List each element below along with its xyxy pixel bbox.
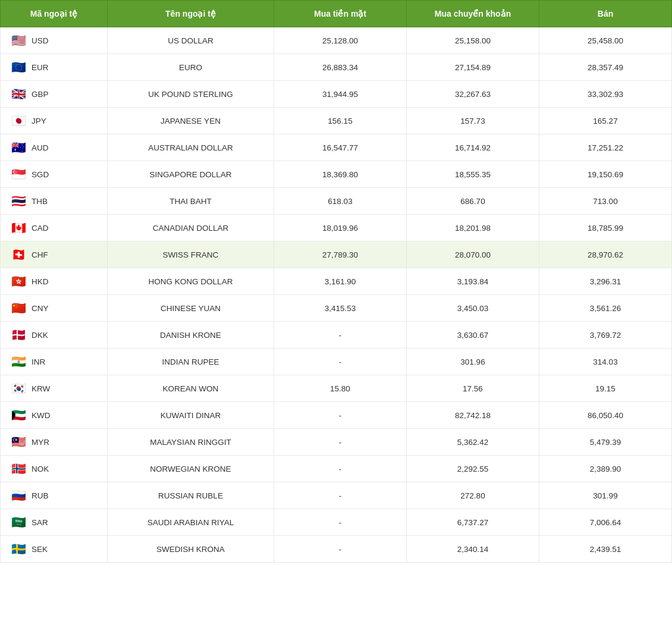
sell-cell: 18,785.99 xyxy=(539,215,672,241)
buy-cash-cell: 31,944.95 xyxy=(274,81,407,108)
currency-name-cell: JAPANESE YEN xyxy=(108,108,274,134)
currency-name-cell: RUSSIAN RUBLE xyxy=(108,482,274,509)
flag-icon: 🇦🇺 xyxy=(10,142,27,153)
table-row: 🇩🇰 DKK DANISH KRONE-3,630.673,769.72 xyxy=(1,322,672,349)
currency-name-cell: SINGAPORE DOLLAR xyxy=(108,161,274,188)
sell-cell: 17,251.22 xyxy=(539,134,672,161)
buy-transfer-cell: 5,362.42 xyxy=(407,429,539,456)
table-row: 🇰🇷 KRW KOREAN WON15.8017.5619.15 xyxy=(1,375,672,402)
buy-transfer-cell: 2,292.55 xyxy=(407,456,539,482)
currency-name-cell: SWEDISH KRONA xyxy=(108,536,274,563)
table-row: 🇹🇭 THB THAI BAHT618.03686.70713.00 xyxy=(1,188,672,215)
buy-cash-cell: 26,883.34 xyxy=(274,54,407,81)
currency-code: EUR xyxy=(32,63,49,72)
currency-code: THB xyxy=(32,197,48,206)
currency-code-cell: 🇦🇺 AUD xyxy=(1,134,108,161)
flag-icon: 🇩🇰 xyxy=(10,329,27,341)
table-row: 🇬🇧 GBP UK POUND STERLING31,944.9532,267.… xyxy=(1,81,672,108)
header-name: Tên ngoại tệ xyxy=(108,1,274,27)
flag-icon: 🇭🇰 xyxy=(10,275,27,287)
table-row: 🇪🇺 EUR EURO26,883.3427,154.8928,357.49 xyxy=(1,54,672,81)
buy-cash-cell: 618.03 xyxy=(274,188,407,215)
currency-code: USD xyxy=(32,36,49,45)
currency-name-cell: SAUDI ARABIAN RIYAL xyxy=(108,509,274,536)
currency-name-cell: INDIAN RUPEE xyxy=(108,349,274,375)
buy-transfer-cell: 157.73 xyxy=(407,108,539,134)
table-row: 🇰🇼 KWD KUWAITI DINAR-82,742.1886,050.40 xyxy=(1,402,672,429)
flag-icon: 🇳🇴 xyxy=(10,463,27,475)
sell-cell: 28,970.62 xyxy=(539,241,672,268)
currency-name-cell: SWISS FRANC xyxy=(108,241,274,268)
sell-cell: 3,769.72 xyxy=(539,322,672,349)
table-row: 🇦🇺 AUD AUSTRALIAN DOLLAR16,547.7716,714.… xyxy=(1,134,672,161)
currency-code-cell: 🇹🇭 THB xyxy=(1,188,108,215)
currency-code: SEK xyxy=(32,545,48,554)
currency-code: KWD xyxy=(32,411,51,420)
table-header-row: Mã ngoại tệ Tên ngoại tệ Mua tiền mặt Mu… xyxy=(1,1,672,27)
currency-code: DKK xyxy=(32,331,48,340)
buy-cash-cell: 15.80 xyxy=(274,375,407,402)
buy-transfer-cell: 3,630.67 xyxy=(407,322,539,349)
currency-code-cell: 🇨🇭 CHF xyxy=(1,241,108,268)
buy-cash-cell: 18,369.80 xyxy=(274,161,407,188)
currency-name-cell: KUWAITI DINAR xyxy=(108,402,274,429)
buy-transfer-cell: 82,742.18 xyxy=(407,402,539,429)
flag-icon: 🇮🇳 xyxy=(10,356,27,368)
currency-code-cell: 🇰🇼 KWD xyxy=(1,402,108,429)
buy-cash-cell: 156.15 xyxy=(274,108,407,134)
currency-code: GBP xyxy=(32,90,49,99)
currency-code-cell: 🇺🇸 USD xyxy=(1,27,108,54)
currency-code-cell: 🇳🇴 NOK xyxy=(1,456,108,482)
sell-cell: 25,458.00 xyxy=(539,27,672,54)
buy-cash-cell: - xyxy=(274,456,407,482)
currency-name-cell: UK POUND STERLING xyxy=(108,81,274,108)
header-buy-cash: Mua tiền mặt xyxy=(274,1,407,27)
flag-icon: 🇹🇭 xyxy=(10,195,27,207)
buy-transfer-cell: 25,158.00 xyxy=(407,27,539,54)
sell-cell: 28,357.49 xyxy=(539,54,672,81)
currency-code: CHF xyxy=(32,250,48,259)
table-row: 🇸🇬 SGD SINGAPORE DOLLAR18,369.8018,555.3… xyxy=(1,161,672,188)
table-row: 🇺🇸 USD US DOLLAR25,128.0025,158.0025,458… xyxy=(1,27,672,54)
buy-cash-cell: 25,128.00 xyxy=(274,27,407,54)
flag-icon: 🇸🇬 xyxy=(10,168,27,180)
flag-icon: 🇨🇦 xyxy=(10,222,27,234)
flag-icon: 🇰🇷 xyxy=(10,382,27,394)
buy-cash-cell: 18,019.96 xyxy=(274,215,407,241)
buy-transfer-cell: 2,340.14 xyxy=(407,536,539,563)
header-sell: Bán xyxy=(539,1,672,27)
table-row: 🇯🇵 JPY JAPANESE YEN156.15157.73165.27 xyxy=(1,108,672,134)
flag-icon: 🇪🇺 xyxy=(10,61,27,73)
buy-transfer-cell: 301.96 xyxy=(407,349,539,375)
currency-code-cell: 🇸🇪 SEK xyxy=(1,536,108,563)
currency-code: HKD xyxy=(32,277,49,286)
table-row: 🇷🇺 RUB RUSSIAN RUBLE-272.80301.99 xyxy=(1,482,672,509)
buy-cash-cell: 27,789.30 xyxy=(274,241,407,268)
currency-name-cell: US DOLLAR xyxy=(108,27,274,54)
buy-cash-cell: 3,161.90 xyxy=(274,268,407,295)
currency-code-cell: 🇲🇾 MYR xyxy=(1,429,108,456)
flag-icon: 🇯🇵 xyxy=(10,115,27,127)
currency-code: SAR xyxy=(32,518,48,527)
table-row: 🇲🇾 MYR MALAYSIAN RINGGIT-5,362.425,479.3… xyxy=(1,429,672,456)
currency-code: SGD xyxy=(32,170,49,179)
table-row: 🇮🇳 INR INDIAN RUPEE-301.96314.03 xyxy=(1,349,672,375)
currency-code: KRW xyxy=(32,384,50,393)
currency-code-cell: 🇨🇳 CNY xyxy=(1,295,108,322)
currency-code: CAD xyxy=(32,224,49,233)
buy-transfer-cell: 27,154.89 xyxy=(407,54,539,81)
sell-cell: 314.03 xyxy=(539,349,672,375)
currency-code-cell: 🇰🇷 KRW xyxy=(1,375,108,402)
sell-cell: 33,302.93 xyxy=(539,81,672,108)
buy-transfer-cell: 3,450.03 xyxy=(407,295,539,322)
table-row: 🇸🇦 SAR SAUDI ARABIAN RIYAL-6,737.277,006… xyxy=(1,509,672,536)
sell-cell: 3,561.26 xyxy=(539,295,672,322)
table-row: 🇳🇴 NOK NORWEGIAN KRONE-2,292.552,389.90 xyxy=(1,456,672,482)
currency-name-cell: NORWEGIAN KRONE xyxy=(108,456,274,482)
currency-name-cell: EURO xyxy=(108,54,274,81)
currency-code: CNY xyxy=(32,304,49,313)
currency-name-cell: AUSTRALIAN DOLLAR xyxy=(108,134,274,161)
buy-transfer-cell: 6,737.27 xyxy=(407,509,539,536)
table-row: 🇨🇦 CAD CANADIAN DOLLAR18,019.9618,201.98… xyxy=(1,215,672,241)
currency-code: AUD xyxy=(32,143,49,152)
